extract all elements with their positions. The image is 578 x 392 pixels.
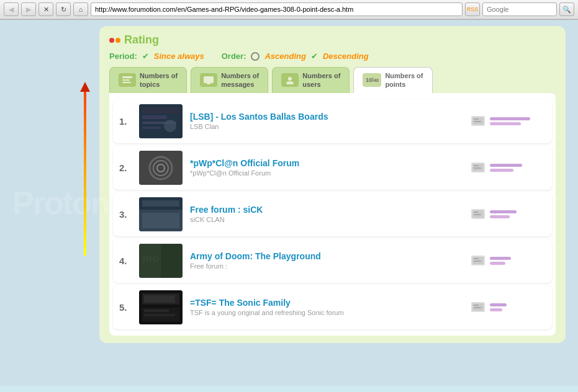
forum-stats bbox=[471, 163, 546, 172]
points-icon: 10/40 bbox=[363, 73, 381, 87]
stat-icon bbox=[471, 163, 485, 172]
refresh-button[interactable]: ↻ bbox=[56, 2, 71, 16]
forum-name[interactable]: Army of Doom: The Playground bbox=[190, 251, 321, 261]
stat-bar-2 bbox=[490, 308, 502, 311]
forum-stats bbox=[471, 116, 546, 126]
tab-users[interactable]: Numbers of users bbox=[272, 67, 350, 93]
svg-rect-29 bbox=[474, 214, 481, 215]
stat-bar-2 bbox=[490, 215, 510, 218]
tab-users-label: Numbers of users bbox=[302, 71, 340, 89]
forum-name[interactable]: [LSB] - Los Santos Ballas Boards bbox=[190, 112, 328, 122]
forum-stats bbox=[471, 302, 546, 312]
tab-topics[interactable]: Numbers of topics bbox=[109, 67, 187, 93]
forum-info: Free forum : siCK siCK CLAN bbox=[190, 205, 464, 223]
rating-controls: Period: ✔ Since always Order: Ascending … bbox=[109, 51, 556, 61]
period-value: Since always bbox=[154, 51, 204, 61]
svg-rect-1 bbox=[122, 79, 130, 81]
forum-desc: TSF is a young original and refreshing S… bbox=[190, 309, 464, 316]
forum-rank: 4. bbox=[119, 256, 132, 266]
title-icon bbox=[109, 38, 120, 43]
stat-bar-2 bbox=[490, 262, 505, 265]
ascending-label: Ascending bbox=[264, 51, 305, 61]
forum-thumbnail: mo bbox=[139, 244, 183, 278]
forum-rank: 3. bbox=[119, 209, 132, 220]
forum-thumbnail bbox=[139, 290, 183, 324]
order-label: Order: bbox=[222, 51, 246, 61]
forum-desc: siCK CLAN bbox=[190, 216, 464, 223]
rating-label: Rating bbox=[124, 33, 159, 47]
url-input[interactable] bbox=[91, 2, 463, 16]
home-button[interactable]: ⌂ bbox=[73, 2, 88, 16]
svg-rect-39 bbox=[144, 295, 175, 303]
messages-icon bbox=[200, 73, 217, 87]
forum-name[interactable]: *pWp*Cl@n Official Forum bbox=[190, 158, 299, 168]
svg-rect-22 bbox=[474, 167, 481, 169]
forum-name[interactable]: =TSF= The Sonic Family bbox=[190, 298, 291, 308]
forum-info: [LSB] - Los Santos Ballas Boards LSB Cla… bbox=[190, 112, 464, 130]
stat-bars bbox=[490, 303, 546, 311]
forum-item: 2. *pWp*Cl@n Official Forum *pWp*Cl@n Of… bbox=[113, 146, 552, 190]
stat-bars bbox=[490, 164, 546, 172]
forum-name[interactable]: Free forum : siCK bbox=[190, 205, 263, 215]
stat-bar-2 bbox=[490, 122, 521, 125]
svg-point-12 bbox=[164, 120, 176, 132]
forum-info: =TSF= The Sonic Family TSF is a young or… bbox=[190, 298, 464, 316]
forum-rank: 1. bbox=[119, 116, 132, 127]
forward-button[interactable]: ▶ bbox=[21, 2, 36, 16]
svg-rect-15 bbox=[474, 121, 481, 122]
svg-rect-42 bbox=[144, 314, 175, 316]
stat-bar-2 bbox=[490, 169, 513, 172]
back-button[interactable]: ◀ bbox=[4, 2, 19, 16]
stat-bars bbox=[490, 117, 546, 125]
svg-rect-35 bbox=[474, 258, 479, 259]
stop-button[interactable]: ✕ bbox=[38, 2, 53, 16]
toolbar: ◀ ▶ ✕ ↻ ⌂ RSS 🔍 bbox=[0, 0, 578, 19]
svg-rect-26 bbox=[142, 213, 179, 228]
svg-rect-9 bbox=[142, 115, 167, 119]
stat-bars bbox=[490, 210, 546, 218]
svg-rect-25 bbox=[142, 200, 179, 207]
descending-label: Descending bbox=[323, 51, 369, 61]
stat-bar-1 bbox=[490, 303, 507, 306]
forum-item: 4. mo Army of Doom: The Playground Free … bbox=[113, 239, 552, 283]
search-go-button[interactable]: 🔍 bbox=[559, 2, 574, 16]
address-bar bbox=[91, 2, 463, 16]
stat-bar-1 bbox=[490, 210, 517, 213]
svg-rect-36 bbox=[474, 261, 481, 262]
rating-title: Rating bbox=[109, 33, 556, 47]
tab-topics-label: Numbers of topics bbox=[140, 71, 178, 89]
svg-rect-2 bbox=[122, 82, 131, 83]
forum-stats bbox=[471, 256, 546, 265]
svg-rect-28 bbox=[474, 212, 479, 213]
forum-thumbnail bbox=[139, 151, 183, 185]
browser-chrome: ◀ ▶ ✕ ↻ ⌂ RSS 🔍 bbox=[0, 0, 578, 20]
search-input[interactable] bbox=[482, 2, 557, 16]
tab-points[interactable]: 10/40 Numbers of points bbox=[353, 67, 432, 93]
page-content: Proton! Rating Period: ✔ Since always Or… bbox=[0, 20, 578, 386]
tabs-row: Numbers of topics Numbers of messages bbox=[109, 67, 556, 93]
svg-rect-33 bbox=[161, 244, 183, 278]
tab-messages-label: Numbers of messages bbox=[221, 71, 259, 89]
forum-info: Army of Doom: The Playground Free forum … bbox=[190, 251, 464, 270]
forum-item: 3. Free forum : siCK siCK CLAN bbox=[113, 192, 552, 236]
topics-icon bbox=[119, 73, 136, 87]
stat-icon bbox=[471, 256, 485, 265]
stat-icon bbox=[471, 209, 485, 219]
rss-button[interactable]: RSS bbox=[465, 2, 480, 16]
stat-icon bbox=[471, 302, 485, 312]
tab-messages[interactable]: Numbers of messages bbox=[191, 67, 268, 93]
dot-red bbox=[109, 38, 114, 43]
ascending-radio[interactable] bbox=[251, 52, 260, 61]
forum-desc: Free forum : bbox=[190, 262, 464, 270]
forum-rank: 5. bbox=[119, 302, 132, 313]
forum-desc: *pWp*Cl@n Official Forum bbox=[190, 169, 464, 177]
svg-rect-8 bbox=[142, 107, 179, 114]
svg-rect-0 bbox=[122, 76, 132, 78]
svg-point-5 bbox=[288, 77, 292, 81]
forum-item: 1. [LSB] - Los Santos Ballas Boards LSB … bbox=[113, 99, 552, 143]
forum-desc: LSB Clan bbox=[190, 123, 464, 130]
descending-check-icon: ✔ bbox=[311, 51, 318, 61]
dot-orange bbox=[115, 38, 120, 43]
svg-rect-11 bbox=[142, 127, 161, 129]
forum-info: *pWp*Cl@n Official Forum *pWp*Cl@n Offic… bbox=[190, 158, 464, 177]
